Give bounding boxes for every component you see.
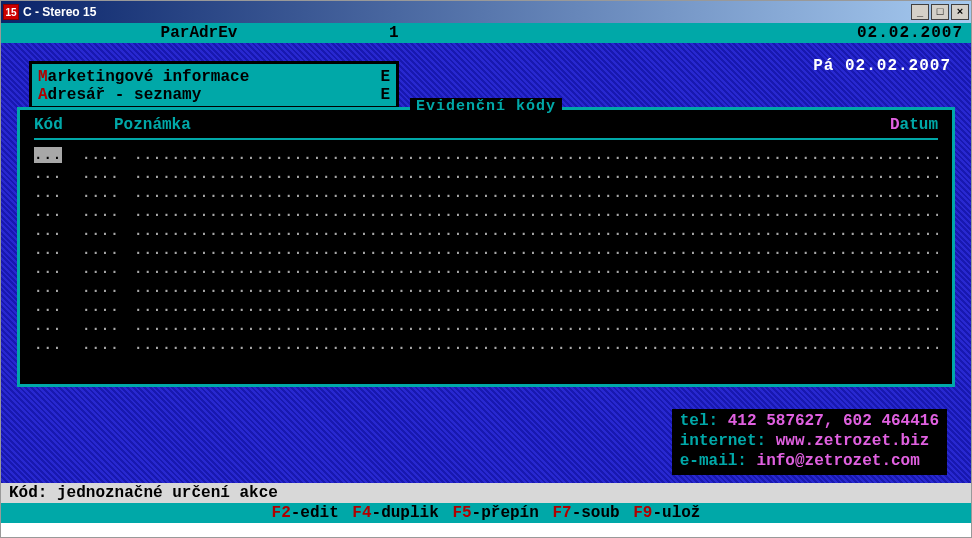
menu-flag: E	[380, 68, 390, 86]
grid-row[interactable]: ........................................…	[34, 298, 938, 317]
app-icon: 15	[3, 4, 19, 20]
maximize-button[interactable]: □	[931, 4, 949, 20]
hint-bar: Kód: jednoznačné určení akce	[1, 483, 971, 503]
menu-item[interactable]: Marketingové informace E	[38, 68, 390, 86]
grid-row[interactable]: ........................................…	[34, 336, 938, 355]
menu-label: arketingové informace	[48, 68, 250, 86]
workspace: Pá 02.02.2007 Marketingové informace E A…	[1, 43, 971, 483]
grid-row[interactable]: ........................................…	[34, 165, 938, 184]
fkey-f2-label: -edit	[291, 504, 339, 522]
grid-row[interactable]: ........................................…	[34, 279, 938, 298]
contact-box: tel: 412 587627, 602 464416 internet: ww…	[672, 409, 947, 475]
fkey-f7-label: -soub	[572, 504, 620, 522]
status-left: ParAdrEv	[9, 23, 389, 43]
dialog-title: Evidenční kódy	[410, 98, 562, 115]
fkey-f4-label: -duplik	[372, 504, 439, 522]
minimize-button[interactable]: _	[911, 4, 929, 20]
status-mid: 1	[389, 23, 589, 43]
grid-row[interactable]: ........................................…	[34, 241, 938, 260]
mail-label: e-mail:	[680, 452, 757, 470]
grid-row[interactable]: ........................................…	[34, 260, 938, 279]
menu-hotkey: A	[38, 86, 48, 104]
fkey-f5-label: -přepín	[472, 504, 539, 522]
column-header-kod: Kód	[34, 116, 114, 134]
status-date: 02.02.2007	[589, 23, 963, 43]
background-menu: Marketingové informace E Adresář - sezna…	[29, 61, 399, 109]
menu-item[interactable]: Adresář - seznamy E	[38, 86, 390, 104]
grid-row[interactable]: ........................................…	[34, 184, 938, 203]
menu-flag: E	[380, 86, 390, 104]
grid-row[interactable]: ........................................…	[34, 222, 938, 241]
grid-row[interactable]: ........................................…	[34, 317, 938, 336]
grid-row[interactable]: ........................................…	[34, 146, 938, 165]
fkey-f2[interactable]: F2	[272, 504, 291, 522]
function-key-bar: F2-edit F4-duplik F5-přepín F7-soub F9-u…	[1, 503, 971, 523]
titlebar[interactable]: 15 C - Stereo 15 _ □ ×	[1, 1, 971, 23]
tel-value: 412 587627, 602 464416	[728, 412, 939, 430]
header-rule	[34, 138, 938, 140]
top-status-bar: ParAdrEv 1 02.02.2007	[1, 23, 971, 43]
grid-cursor: ...	[34, 146, 82, 165]
current-date: Pá 02.02.2007	[813, 57, 951, 75]
window-title: C - Stereo 15	[23, 5, 96, 19]
fkey-f4[interactable]: F4	[352, 504, 371, 522]
dialog-evidencni-kody: Evidenční kódy Kód Poznámka Datum ......…	[17, 107, 955, 387]
column-header-datum: Datum	[858, 116, 938, 134]
fkey-f9[interactable]: F9	[633, 504, 652, 522]
grid-row[interactable]: ........................................…	[34, 203, 938, 222]
tel-label: tel:	[680, 412, 728, 430]
column-header-poznamka: Poznámka	[114, 116, 858, 134]
terminal-area: ParAdrEv 1 02.02.2007 Pá 02.02.2007 Mark…	[1, 23, 971, 537]
web-label: internet:	[680, 432, 776, 450]
fkey-f5[interactable]: F5	[452, 504, 471, 522]
web-value: www.zetrozet.biz	[776, 432, 930, 450]
fkey-f7[interactable]: F7	[552, 504, 571, 522]
menu-hotkey: M	[38, 68, 48, 86]
data-grid[interactable]: ........................................…	[34, 146, 938, 355]
fkey-f9-label: -ulož	[652, 504, 700, 522]
menu-label: dresář - seznamy	[48, 86, 202, 104]
app-window: 15 C - Stereo 15 _ □ × ParAdrEv 1 02.02.…	[0, 0, 972, 538]
close-button[interactable]: ×	[951, 4, 969, 20]
mail-value: info@zetrozet.com	[757, 452, 920, 470]
